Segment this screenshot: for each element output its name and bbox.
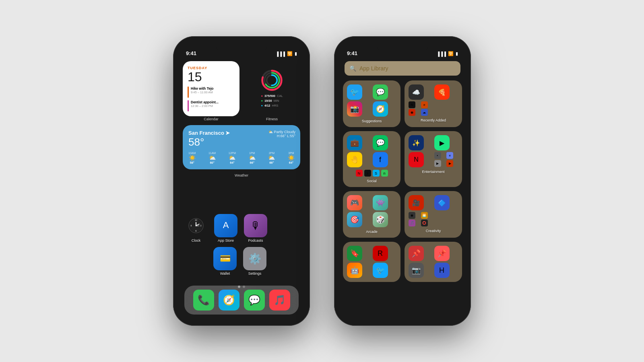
weather-hi-lo: H:66° L:55° (268, 134, 295, 138)
lib-cr-s4: ⭕ (421, 220, 428, 226)
weather-condition: ⛅ Partly Cloudy H:66° L:55° (268, 130, 295, 138)
lib-ent-s4: ▶ (446, 160, 453, 167)
app-row-1: 12 3 6 9 BER Clock (184, 214, 299, 243)
lib-arcade-4: 🎲 (373, 212, 388, 227)
clock-icon: 12 3 6 9 BER (184, 214, 208, 237)
lib-arcade-2: 👾 (373, 195, 388, 210)
social-icons: 💼 💬 🤚 f (347, 135, 396, 167)
fitness-cal-unit: CAL (277, 94, 283, 99)
lib-r5r-1: 📌 (409, 246, 424, 261)
status-time-left: 9:41 (186, 50, 196, 56)
dock-music[interactable]: 🎵 (269, 290, 290, 311)
safari-icon: 🧭 (219, 290, 239, 311)
dock-safari[interactable]: 🧭 (219, 290, 239, 311)
recently-added-icons: ☁️ 🍕 N e ◉ ☁ (409, 84, 458, 116)
lib-ent-s1: ▪ (434, 152, 441, 159)
svg-text:3: 3 (200, 224, 202, 227)
status-icons-right: ▐▐▐ 🛜 ▮ (437, 51, 458, 56)
left-phone: 9:41 ▐▐▐ 🛜 ▮ TUESDAY 15 (173, 36, 310, 326)
app-settings[interactable]: ⚙️ Settings (243, 247, 266, 276)
folder-suggestions[interactable]: 🐦 💬 📸 🧭 Suggestions (343, 80, 400, 127)
lib-epi: e (421, 101, 428, 108)
lib-blue: ☁ (421, 109, 428, 116)
clock-label: Clock (192, 239, 201, 243)
folder-entertainment-label: Entertainment (409, 170, 458, 174)
lib-nyt: N (409, 101, 415, 108)
app-podcasts[interactable]: 🎙 Podcasts (244, 214, 267, 243)
weather-hour-1pm: 1PM ⛅ 66° (249, 152, 256, 165)
app-appstore[interactable]: A App Store (214, 214, 237, 243)
cal-event-2: Dentist appoint... 12:30 – 2:00 PM (188, 100, 235, 111)
settings-label: Settings (248, 272, 262, 276)
entertainment-icons: ✨ ▶ N ▪ e ▶ ▶ (409, 135, 458, 167)
lib-red: ◉ (409, 109, 415, 116)
lib-netflix-s: N (356, 170, 363, 177)
svg-point-15 (196, 225, 197, 226)
dock-messages[interactable]: 💬 (244, 290, 265, 311)
right-notch (376, 41, 429, 52)
right-phone: 9:41 ▐▐▐ 🛜 ▮ 🔍 App Library 🐦 💬 📸 🧭 (334, 36, 471, 326)
lib-hulu: ▶ (434, 135, 450, 150)
lib-disney: ✨ (409, 135, 424, 150)
search-icon: 🔍 (349, 65, 356, 72)
settings-emoji: ⚙️ (248, 253, 261, 265)
status-icons-left: ▐▐▐ 🛜 ▮ (276, 51, 297, 56)
folder-social[interactable]: 💼 💬 🤚 f N ♪ S n Social (343, 131, 400, 187)
fitness-minutes: ● 19/30 MIN (261, 99, 283, 103)
folder-creativity[interactable]: 🎥 🔷 ◉ 🌅 🎵 ⭕ Creativity (405, 191, 462, 238)
wallet-emoji: 💳 (220, 253, 231, 264)
calendar-widget-content: TUESDAY 15 Hike with Tejo 9:45 – 11:00 A… (183, 61, 239, 116)
cal-event-2-title: Dentist appoint... (191, 100, 219, 104)
weather-hour-12pm: 12PM ⛅ 64° (229, 152, 236, 165)
weather-hourly: 10AM ☀️ 58° 11AM ⛅ 60° 12PM ⛅ 64° (188, 152, 295, 165)
weather-condition-text: ⛅ Partly Cloudy (268, 130, 295, 134)
lib-ent-s3: ▶ (434, 160, 441, 167)
calendar-label: Calendar (183, 117, 239, 121)
lib-arcade-3: 🎯 (347, 212, 362, 227)
appstore-icon: A (214, 214, 237, 237)
folder-entertainment[interactable]: ✨ ▶ N ▪ e ▶ ▶ Entertainment (405, 131, 462, 187)
lib-linkedin: 💼 (347, 135, 362, 150)
dock-phone[interactable]: 📞 (193, 290, 214, 311)
fitness-widget-container[interactable]: ● 375/500 CAL ● 19/30 MIN ● (244, 61, 300, 121)
suggestions-icons: 🐦 💬 📸 🧭 (347, 84, 396, 117)
placeholder2 (434, 212, 441, 219)
hrs-icon: ● (261, 103, 263, 108)
folder-row5-left[interactable]: 🔖 R 🤖 🐦 (343, 242, 400, 282)
lib-fb: f (373, 152, 388, 167)
app-library-search[interactable]: 🔍 App Library (345, 61, 460, 76)
fitness-min-unit: MIN (274, 99, 279, 103)
weather-widget-container[interactable]: San Francisco ➤ 58° ⛅ Partly Cloudy H:66… (183, 125, 300, 177)
dock: 📞 🧭 💬 🎵 (184, 286, 299, 315)
folder-suggestions-label: Suggestions (347, 119, 396, 123)
weather-label: Weather (183, 173, 300, 177)
lib-arcade-1: 🎮 (347, 195, 362, 210)
folder-recently-added[interactable]: ☁️ 🍕 N e ◉ ☁ Recently Added (405, 80, 462, 127)
app-wallet[interactable]: 💳 Wallet (213, 247, 237, 276)
fitness-cal-val: 375/500 (264, 94, 275, 99)
lib-instagram: 📸 (347, 101, 362, 117)
calendar-widget[interactable]: TUESDAY 15 Hike with Tejo 9:45 – 11:00 A… (183, 61, 239, 121)
wifi-icon: 🛜 (287, 51, 293, 56)
podcasts-emoji: 🎙 (250, 220, 261, 232)
status-time-right: 9:41 (347, 50, 357, 56)
notch (215, 41, 268, 52)
folder-row5-right[interactable]: 📌 📌 📷 H (405, 242, 462, 282)
lib-creative-small: ◉ 🌅 🎵 ⭕ (409, 212, 433, 226)
cal-icon: ● (261, 94, 263, 99)
lib-netflix-big: N (409, 152, 424, 167)
lib-r5-2: R (373, 246, 388, 261)
fitness-ring (261, 69, 283, 91)
fitness-label: Fitness (244, 117, 300, 121)
app-clock[interactable]: 12 3 6 9 BER Clock (184, 214, 208, 243)
lib-wechat: 💬 (373, 135, 388, 150)
weather-hour-3pm: 3PM ☀️ 64° (288, 152, 295, 165)
appstore-label: App Store (218, 239, 234, 243)
folder-arcade[interactable]: 🎮 👾 🎯 🎲 Arcade (343, 191, 400, 238)
right-phone-screen: 9:41 ▐▐▐ 🛜 ▮ 🔍 App Library 🐦 💬 📸 🧭 (339, 41, 466, 321)
lib-ent-s2: e (446, 152, 453, 159)
folder-recently-added-label: Recently Added (409, 118, 458, 122)
cal-event-2-time: 12:30 – 2:00 PM (191, 104, 219, 108)
lib-creative2: 🔷 (434, 195, 450, 210)
svg-text:9: 9 (191, 224, 192, 227)
